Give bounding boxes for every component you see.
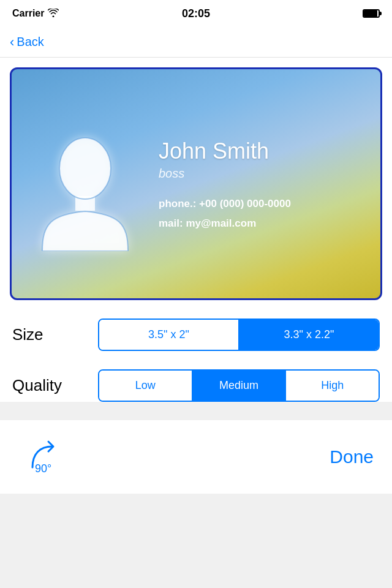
quality-label: Quality [12, 376, 98, 395]
back-button[interactable]: ‹ Back [10, 34, 44, 50]
size-segment-0[interactable]: 3.5" x 2" [99, 320, 238, 350]
nav-bar: ‹ Back [0, 27, 392, 58]
quality-segment-low[interactable]: Low [99, 371, 192, 401]
card-phone: phone.: +00 (000) 000-0000 [159, 198, 362, 210]
quality-segmented-control: Low Medium High [98, 369, 380, 402]
card-avatar [30, 129, 140, 251]
rotate-button[interactable]: 90° [18, 432, 67, 481]
controls-area: Size 3.5" x 2" 3.3" x 2.2" Quality Low M… [0, 300, 392, 402]
battery-indicator [363, 9, 380, 18]
quality-control-row: Quality Low Medium High [12, 369, 380, 402]
size-label: Size [12, 325, 98, 344]
back-chevron-icon: ‹ [10, 34, 14, 50]
done-button[interactable]: Done [330, 447, 374, 467]
card-title: boss [159, 167, 362, 181]
card-name: John Smith [159, 138, 362, 164]
status-bar: Carrier 02:05 [0, 0, 392, 27]
quality-segment-medium[interactable]: Medium [192, 371, 285, 401]
size-segmented-control: 3.5" x 2" 3.3" x 2.2" [98, 318, 380, 351]
quality-segment-high[interactable]: High [285, 371, 379, 401]
size-control-row: Size 3.5" x 2" 3.3" x 2.2" [12, 318, 380, 351]
battery-icon [363, 9, 380, 18]
carrier-label: Carrier [12, 8, 59, 19]
size-segment-1[interactable]: 3.3" x 2.2" [238, 320, 379, 350]
bottom-row: 90° Done [0, 420, 392, 494]
main-content: John Smith boss phone.: +00 (000) 000-00… [0, 58, 392, 300]
carrier-text: Carrier [12, 8, 44, 19]
rotate-icon: 90° [21, 435, 64, 478]
svg-text:90°: 90° [35, 462, 51, 475]
time-label: 02:05 [182, 7, 210, 20]
card-email: mail: my@mail.com [159, 217, 362, 230]
card-info: John Smith boss phone.: +00 (000) 000-00… [140, 126, 380, 242]
wifi-icon [48, 9, 59, 19]
back-label: Back [17, 35, 43, 49]
business-card-preview: John Smith boss phone.: +00 (000) 000-00… [10, 67, 382, 300]
